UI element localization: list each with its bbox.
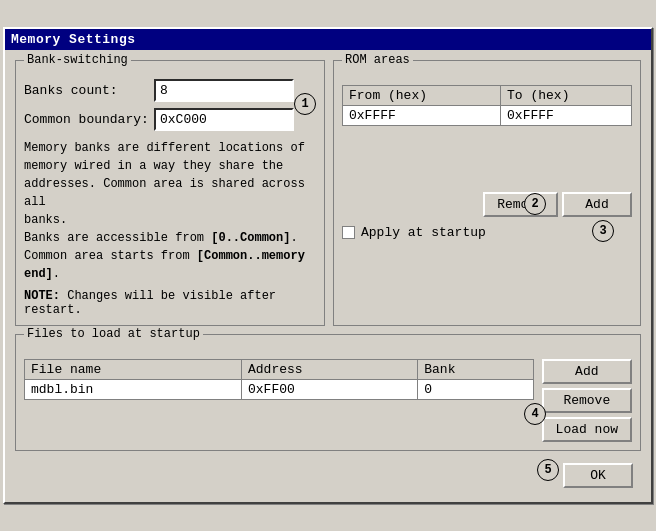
common-boundary-input[interactable]	[154, 108, 294, 131]
files-panel: Files to load at startup File name Addre…	[15, 334, 641, 451]
files-remove-button[interactable]: Remove	[542, 388, 632, 413]
files-table-wrap: File name Address Bank mdbl.bin0xFF000	[24, 359, 534, 442]
window-title: Memory Settings	[11, 32, 136, 47]
description: Memory banks are different locations of …	[24, 139, 316, 283]
note-text: NOTE: Changes will be visible after rest…	[24, 289, 316, 317]
rom-table-row: 0xFFFF0xFFFF	[343, 106, 632, 126]
ok-button[interactable]: OK	[563, 463, 633, 488]
file-bank-cell: 0	[418, 380, 533, 400]
badge-4: 4	[524, 403, 546, 425]
files-col-filename: File name	[25, 360, 242, 380]
bold-range1: [0..Common]	[211, 231, 290, 245]
apply-at-startup-checkbox[interactable]	[342, 226, 355, 239]
rom-table: From (hex) To (hex) 0xFFFF0xFFFF	[342, 85, 632, 126]
rom-col-to: To (hex)	[501, 86, 632, 106]
badge-5: 5	[537, 459, 559, 481]
files-table-row: mdbl.bin0xFF000	[25, 380, 534, 400]
rom-to-cell: 0xFFFF	[501, 106, 632, 126]
memory-settings-window: Memory Settings Bank-switching Banks cou…	[3, 27, 653, 504]
common-boundary-label: Common boundary:	[24, 112, 154, 127]
badge-1: 1	[294, 93, 316, 115]
apply-at-startup-label: Apply at startup	[361, 225, 486, 240]
file-name-cell: mdbl.bin	[25, 380, 242, 400]
rom-areas-panel: ROM areas From (hex) To (hex) 0xFFFF0xFF…	[333, 60, 641, 326]
bank-switching-panel: Bank-switching Banks count: 1 Common bou…	[15, 60, 325, 326]
rom-from-cell: 0xFFFF	[343, 106, 501, 126]
files-col-address: Address	[241, 360, 417, 380]
rom-areas-label: ROM areas	[342, 53, 413, 67]
bank-switching-label: Bank-switching	[24, 53, 131, 67]
rom-add-button[interactable]: Add	[562, 192, 632, 217]
rom-remove-button[interactable]: Remove	[483, 192, 558, 217]
rom-col-from: From (hex)	[343, 86, 501, 106]
banks-count-label: Banks count:	[24, 83, 154, 98]
note-prefix: NOTE:	[24, 289, 67, 303]
file-address-cell: 0xFF00	[241, 380, 417, 400]
files-table: File name Address Bank mdbl.bin0xFF000	[24, 359, 534, 400]
title-bar: Memory Settings	[5, 29, 651, 50]
files-add-button[interactable]: Add	[542, 359, 632, 384]
badge-2: 2	[524, 193, 546, 215]
badge-3: 3	[592, 220, 614, 242]
files-col-bank: Bank	[418, 360, 533, 380]
footer: 5 OK	[15, 459, 641, 492]
files-panel-label: Files to load at startup	[24, 327, 203, 341]
banks-count-input[interactable]	[154, 79, 294, 102]
files-buttons: Add Remove 4 Load now	[542, 359, 632, 442]
files-load-now-button[interactable]: Load now	[542, 417, 632, 442]
